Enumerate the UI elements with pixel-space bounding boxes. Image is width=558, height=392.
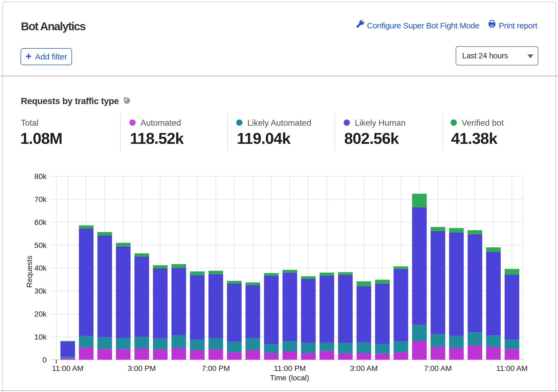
svg-text:11:00 AM: 11:00 AM [52, 364, 83, 373]
svg-text:70k: 70k [34, 195, 47, 204]
svg-text:11:00 PM: 11:00 PM [274, 364, 306, 373]
svg-text:7:00 AM: 7:00 AM [424, 364, 452, 373]
svg-text:10k: 10k [34, 333, 47, 341]
svg-text:40k: 40k [34, 264, 47, 272]
svg-text:20k: 20k [34, 310, 47, 318]
svg-text:30k: 30k [34, 287, 47, 295]
svg-text:0: 0 [42, 356, 47, 364]
svg-text:60k: 60k [34, 218, 47, 227]
svg-text:Time (local): Time (local) [270, 374, 309, 382]
svg-text:3:00 AM: 3:00 AM [350, 364, 378, 373]
svg-text:3:00 PM: 3:00 PM [128, 364, 156, 373]
svg-text:50k: 50k [34, 241, 47, 250]
svg-text:7:00 PM: 7:00 PM [202, 364, 230, 373]
svg-text:80k: 80k [34, 172, 47, 181]
svg-text:Requests: Requests [25, 256, 34, 288]
svg-text:11:00 AM: 11:00 AM [496, 364, 528, 373]
